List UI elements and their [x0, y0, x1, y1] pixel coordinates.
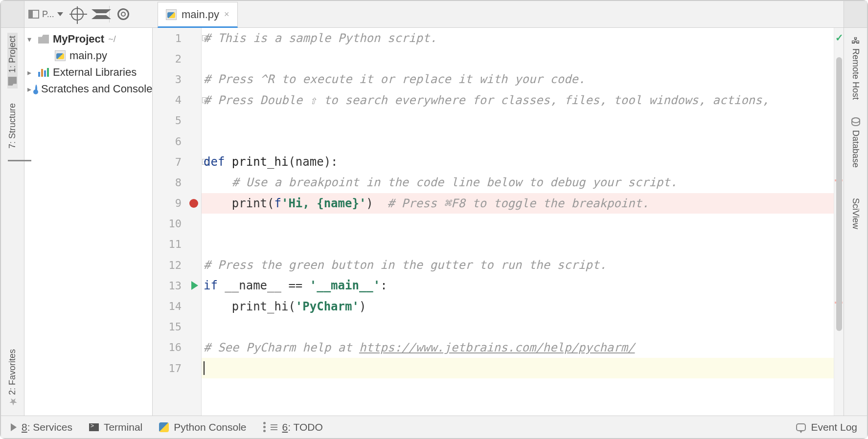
tree-node-external-libraries[interactable]: ▸ External Libraries	[24, 64, 152, 81]
scrollbar-thumb[interactable]	[836, 57, 842, 331]
toolwindow-tab-python-console[interactable]: Python Console	[159, 421, 246, 433]
tree-node-label: External Libraries	[53, 66, 137, 79]
select-opened-file-button[interactable]	[71, 8, 84, 21]
toolwindow-tab-label: : Services	[27, 421, 72, 433]
toolwindow-tab-label: Terminal	[104, 421, 142, 433]
toolwindow-tab-sciview[interactable]: SciView	[850, 182, 861, 232]
left-toolwindow-stripe: 1: Project 7: Structure ★ 2: Favorites	[1, 28, 24, 416]
bottom-toolwindow-bar: 8: Services Terminal Python Console 6: T…	[1, 416, 867, 438]
inspection-ok-icon: ✓	[835, 32, 844, 44]
run-gutter-icon[interactable]	[191, 281, 198, 290]
collapse-all-icon	[91, 9, 101, 19]
breakpoint-icon[interactable]	[189, 199, 198, 208]
project-toolwindow-stripe-top	[1, 1, 24, 28]
mnemonic: 6	[282, 421, 288, 433]
toolwindow-tab-label: 7: Structure	[7, 103, 18, 149]
expand-arrow-icon[interactable]: ▸	[27, 68, 34, 77]
toolwindow-tab-label: Remote Host	[850, 48, 861, 100]
text-caret	[204, 361, 205, 375]
project-view-selector[interactable]: P...	[28, 9, 63, 20]
toolwindow-tab-terminal[interactable]: Terminal	[89, 421, 142, 433]
tree-node-path: ~/	[108, 34, 116, 44]
editor-tab-label: main.py	[182, 8, 219, 21]
sciview-icon	[851, 185, 860, 194]
libraries-icon	[38, 68, 49, 77]
code-editor[interactable]: # This is a sample Python script. # Pres…	[202, 28, 834, 416]
toolwindow-tab-remote-host[interactable]: 🖧 Remote Host	[850, 33, 861, 103]
mnemonic: 8	[22, 421, 27, 433]
gear-icon	[117, 8, 129, 20]
editor-area: 1− 2 3 4− 5 6 7− 8 9 10 11 12 13 14 15 1…	[153, 28, 844, 416]
project-view-icon	[28, 10, 39, 19]
project-settings-button[interactable]	[117, 8, 129, 20]
toolwindow-tab-event-log[interactable]: Event Log	[796, 421, 857, 433]
toolwindow-tab-favorites[interactable]: ★ 2: Favorites	[7, 346, 18, 411]
expand-arrow-icon[interactable]: ▾	[27, 35, 34, 44]
todo-icon	[263, 422, 266, 432]
folder-icon	[38, 35, 49, 44]
toolwindow-tab-label: 1: Project	[7, 36, 18, 73]
toolbar-divider	[109, 6, 110, 22]
project-pane-toolbar: P...	[24, 1, 844, 28]
structure-icon	[8, 153, 17, 161]
python-file-icon	[166, 9, 177, 20]
toolwindow-tab-project[interactable]: 1: Project	[7, 33, 18, 88]
remote-host-icon: 🖧	[851, 36, 860, 44]
editor-gutter[interactable]: 1− 2 3 4− 5 6 7− 8 9 10 11 12 13 14 15 1…	[153, 28, 202, 416]
tree-node-label: MyProject	[53, 33, 104, 45]
services-icon	[11, 423, 17, 431]
editor-tab-main-py[interactable]: main.py ×	[158, 2, 238, 28]
locate-icon	[71, 8, 84, 21]
tree-node-project-root[interactable]: ▾ MyProject ~/	[24, 31, 152, 47]
toolwindow-tab-database[interactable]: Database	[850, 114, 861, 171]
close-tab-icon[interactable]: ×	[224, 9, 229, 20]
project-tree-pane: ▾ MyProject ~/ main.py ▸ External Librar…	[24, 28, 153, 416]
toolwindow-tab-label: : TODO	[288, 421, 323, 433]
tree-node-scratches[interactable]: ▸ Scratches and Consoles	[24, 81, 152, 97]
python-console-icon	[159, 422, 169, 432]
toolwindow-tab-label: Python Console	[174, 421, 246, 433]
toolwindow-tab-label: Database	[850, 130, 861, 168]
project-view-label: P...	[42, 9, 54, 20]
tree-node-label: Scratches and Consoles	[41, 83, 153, 95]
python-file-icon	[55, 50, 66, 61]
right-toolwindow-stripe: 🖧 Remote Host Database SciView	[844, 28, 867, 416]
editor-inspection-stripe[interactable]: ✓	[834, 28, 844, 416]
database-icon	[851, 117, 860, 126]
tree-node-label: main.py	[69, 49, 107, 62]
star-icon: ★	[8, 399, 17, 408]
toolwindow-tab-label: 2: Favorites	[7, 349, 18, 395]
tree-node-main-py[interactable]: main.py	[24, 47, 152, 64]
event-log-icon	[796, 423, 806, 431]
toolwindow-tab-label: Event Log	[811, 421, 857, 433]
expand-arrow-icon[interactable]: ▸	[27, 85, 31, 94]
toolwindow-tab-todo[interactable]: 6: TODO	[263, 421, 323, 433]
terminal-icon	[89, 423, 99, 431]
toolwindow-tab-label: SciView	[850, 198, 861, 229]
toolwindow-tab-structure[interactable]: 7: Structure	[7, 100, 18, 164]
toolwindow-tab-services[interactable]: 8: Services	[11, 421, 72, 433]
scratches-icon	[35, 85, 37, 93]
right-toolwindow-stripe-top	[844, 1, 867, 28]
folder-icon	[8, 77, 17, 86]
dropdown-icon	[57, 12, 63, 16]
collapse-all-button[interactable]	[91, 9, 101, 19]
